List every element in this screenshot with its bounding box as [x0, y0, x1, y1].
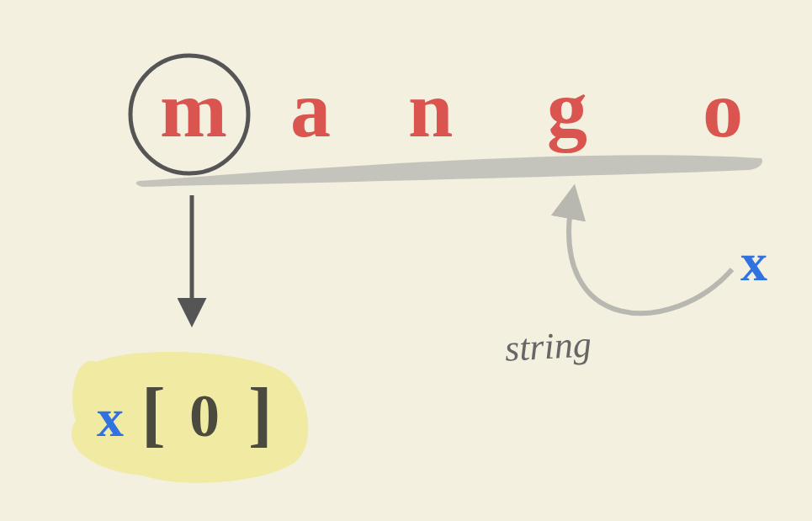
annotation-string: string [504, 326, 592, 367]
variable-x: x [740, 236, 767, 290]
index-x: x [97, 391, 124, 445]
letter-0: m [160, 69, 227, 150]
index-lbracket: [ [141, 377, 166, 449]
index-zero: 0 [189, 385, 220, 446]
letter-2: n [408, 69, 453, 150]
diagram-canvas: m a n g o x string x [ 0 ] [0, 0, 812, 521]
letter-1: a [290, 69, 331, 150]
index-rbracket: ] [248, 377, 273, 449]
letter-3: g [547, 69, 587, 150]
arrow-from-x [569, 198, 732, 313]
letter-4: o [703, 69, 743, 150]
string-underline [136, 155, 762, 187]
